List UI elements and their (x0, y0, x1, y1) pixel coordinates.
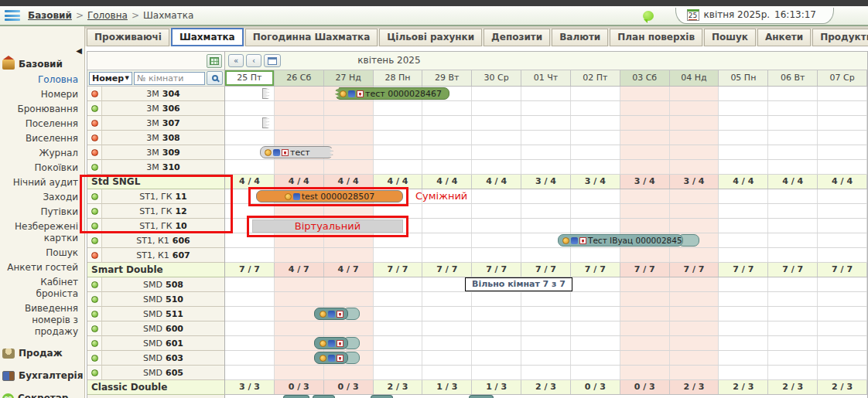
sidebar-item-holovna[interactable]: Головна (0, 73, 84, 87)
menu-icon[interactable] (5, 10, 20, 21)
sidebar-section-base[interactable]: Базовий (0, 55, 84, 73)
room-cell[interactable]: 3M308 (87, 131, 225, 145)
timeline-row[interactable] (225, 336, 867, 351)
tab-pohodynna-shakhmatka[interactable]: Погодинна Шахматка (245, 29, 378, 46)
booking-fragment[interactable] (262, 88, 269, 99)
tab-valyuty[interactable]: Валюти (552, 29, 608, 46)
day-header[interactable]: 07 Ср (818, 70, 867, 86)
room-cell[interactable]: ST1, ГК12 (87, 204, 225, 219)
timeline-row[interactable] (225, 101, 867, 116)
room-group-header[interactable]: Std SNGL (87, 175, 225, 189)
timeline-row[interactable]: тест (225, 145, 867, 160)
room-cell[interactable]: ST1, К1606 (87, 233, 225, 248)
timeline-row[interactable] (225, 160, 867, 175)
day-header[interactable]: 29 Вт (422, 70, 472, 86)
day-header[interactable]: 25 Пт (225, 70, 275, 86)
timeline-row[interactable]: тест 0000028467 (225, 87, 867, 101)
room-cell[interactable]: ST1, ГК11 (87, 189, 225, 204)
room-group-header[interactable]: Classic Double (87, 380, 225, 395)
timeline-row[interactable] (225, 116, 867, 131)
sidebar-item-zhurnal[interactable]: Журнал (0, 146, 84, 161)
booking-bar[interactable] (313, 395, 335, 398)
booking-bar[interactable] (283, 395, 309, 398)
virtual-room-bar[interactable]: Віртуальний (252, 219, 403, 233)
sidebar-item-kabinet-bronista[interactable]: Кабінет броніста (0, 275, 84, 301)
breadcrumb-home[interactable]: Головна (87, 10, 128, 21)
room-cell[interactable]: SMD511 (87, 307, 225, 321)
room-cell[interactable]: 3M307 (87, 116, 225, 131)
sidebar-collapse-icon[interactable]: ◀ (0, 26, 84, 55)
timeline-row[interactable]: Тест ІВуац 0000028456 (225, 233, 867, 248)
room-cell[interactable]: SMD601 (87, 336, 225, 351)
sidebar-item-vyselennya[interactable]: Виселення (0, 131, 84, 146)
room-cell[interactable]: 3M310 (87, 160, 225, 175)
room-cell[interactable]: SMD605 (87, 366, 225, 380)
timeline-row[interactable] (225, 307, 867, 321)
sidebar-item-vyvedennya-nomeriv[interactable]: Виведення номерів з продажу (0, 301, 84, 339)
sidebar-item-zakhody[interactable]: Заходи (0, 190, 84, 205)
sidebar-item-poshuk[interactable]: Пошук (0, 246, 84, 260)
day-header[interactable]: 26 Сб (275, 70, 324, 86)
tab-prozhyvayuchi[interactable]: Проживаючі (87, 29, 169, 46)
day-header[interactable]: 05 Пн (719, 70, 768, 86)
timeline-row[interactable] (225, 321, 867, 336)
room-cell[interactable]: ST1, К1607 (87, 248, 225, 263)
timeline-row[interactable]: test 0000028507 (225, 189, 867, 204)
room-cell[interactable]: SMD510 (87, 292, 225, 307)
sidebar-item-ankety-hostei[interactable]: Анкети гостей (0, 260, 84, 275)
sidebar-item-bronyuvannya[interactable]: Бронювання (0, 102, 84, 117)
day-header[interactable]: 03 Сб (620, 70, 670, 86)
filter-field-select[interactable]: Номер ▼ (89, 72, 132, 85)
booking-bar[interactable] (314, 308, 348, 320)
room-cell[interactable]: 3M309 (87, 145, 225, 160)
timeline-row[interactable] (225, 351, 867, 366)
day-header[interactable]: 27 Нд (324, 70, 374, 86)
tab-produktyvnist[interactable]: Продуктивність (812, 29, 868, 46)
room-cell[interactable]: ST1, ГК10 (87, 219, 225, 233)
room-cell[interactable]: 3M304 (87, 87, 225, 101)
day-header[interactable]: 30 Ср (472, 70, 521, 86)
table-view-button[interactable] (207, 54, 222, 68)
tab-poshuk[interactable]: Пошук (704, 29, 756, 46)
day-header[interactable]: 02 Пт (571, 70, 620, 86)
day-header[interactable]: 01 Чт (521, 70, 571, 86)
timeline-row[interactable] (225, 248, 867, 263)
booking-bar[interactable]: тест (260, 146, 333, 158)
tab-tsilovi-rakhunky[interactable]: Цільові рахунки (379, 29, 482, 46)
timeline-row[interactable] (225, 366, 867, 380)
tab-depozyty[interactable]: Депозити (484, 29, 550, 46)
day-header[interactable]: 04 Нд (670, 70, 719, 86)
room-cell[interactable]: SMD603 (87, 351, 225, 366)
sidebar-section-accounting[interactable]: Бухгалтерія (0, 366, 84, 384)
sidebar-item-nezberezheni-kartky[interactable]: Незбережені картки (0, 219, 84, 246)
booking-bar[interactable]: test 0000028507 (256, 190, 403, 202)
sidebar-item-nomery[interactable]: Номери (0, 87, 84, 102)
booking-bar[interactable]: Тест ІВуац 0000028456 (558, 234, 683, 247)
room-cell[interactable]: SMD508 (87, 277, 225, 292)
room-cell[interactable]: 3M306 (87, 101, 225, 116)
room-group-header[interactable]: Smart Double (87, 263, 225, 277)
sidebar-item-pokoivky[interactable]: Покоївки (0, 161, 84, 175)
booking-bar[interactable] (371, 395, 393, 398)
timeline-row[interactable] (225, 292, 867, 307)
sidebar-section-sales[interactable]: Продаж (0, 344, 84, 362)
sidebar-section-secretary[interactable]: oo Секретар (0, 389, 84, 398)
timeline-row[interactable]: Вільно кімнат 7 з 7 (225, 277, 867, 292)
search-button[interactable] (207, 71, 223, 85)
chat-bubble-icon[interactable] (643, 11, 654, 21)
room-number-input[interactable] (134, 72, 205, 85)
datetime-widget[interactable]: 25 квітня 2025р. 16:13:17 (675, 8, 834, 24)
breadcrumb-base[interactable]: Базовий (28, 10, 72, 21)
timeline-row[interactable] (225, 395, 867, 398)
timeline-row[interactable]: Віртуальний (225, 219, 867, 233)
sidebar-item-nichnyi-audyt[interactable]: Нічний аудит (0, 175, 84, 190)
booking-bar[interactable] (469, 395, 494, 398)
day-header[interactable]: 28 Пн (374, 70, 423, 86)
room-cell[interactable]: SMD600 (87, 321, 225, 336)
timeline-row[interactable] (225, 204, 867, 219)
day-header[interactable]: 06 Вт (768, 70, 818, 86)
booking-bar[interactable] (314, 352, 348, 364)
sidebar-item-poselennya[interactable]: Поселення (0, 117, 84, 131)
sidebar-item-putivky[interactable]: Путівки (0, 205, 84, 219)
tab-plan-poverkhiv[interactable]: План поверхів (610, 29, 702, 46)
